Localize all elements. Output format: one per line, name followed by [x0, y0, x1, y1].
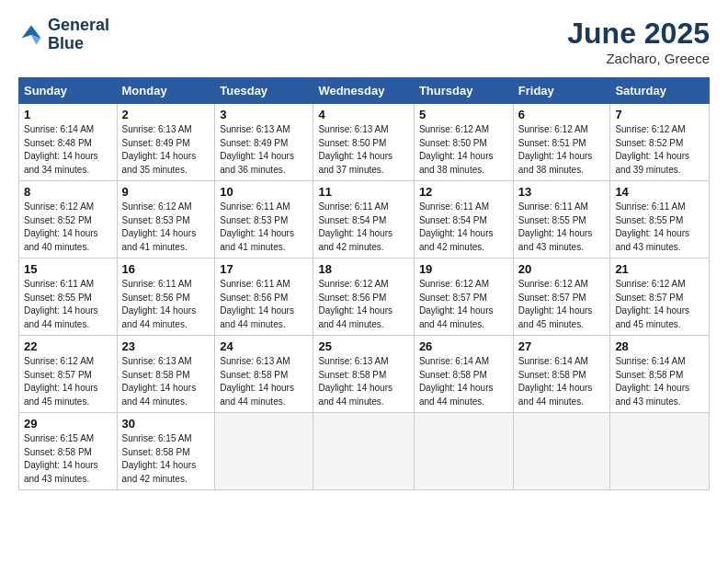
day-number: 4 — [318, 108, 408, 121]
day-number: 23 — [122, 339, 210, 353]
day-info: Sunrise: 6:14 AM Sunset: 8:58 PM Dayligh… — [615, 355, 704, 408]
calendar-cell: 8Sunrise: 6:12 AM Sunset: 8:52 PM Daylig… — [19, 181, 118, 259]
day-number: 25 — [318, 339, 408, 353]
page: General Blue June 2025 Zacharo, Greece S… — [0, 0, 728, 563]
day-number: 20 — [518, 262, 606, 276]
day-info: Sunrise: 6:12 AM Sunset: 8:52 PM Dayligh… — [24, 201, 112, 254]
day-number: 15 — [24, 262, 112, 276]
col-header-monday: Monday — [117, 78, 215, 104]
day-info: Sunrise: 6:13 AM Sunset: 8:58 PM Dayligh… — [122, 355, 210, 408]
calendar-cell: 16Sunrise: 6:11 AM Sunset: 8:56 PM Dayli… — [117, 259, 215, 336]
col-header-friday: Friday — [513, 78, 610, 104]
day-number: 26 — [419, 339, 508, 353]
day-number: 6 — [518, 108, 606, 121]
header: General Blue June 2025 Zacharo, Greece — [18, 17, 710, 66]
calendar-cell: 13Sunrise: 6:11 AM Sunset: 8:55 PM Dayli… — [513, 181, 610, 259]
logo-line1: General — [48, 17, 109, 35]
day-number: 3 — [220, 108, 308, 121]
day-number: 2 — [122, 108, 210, 121]
calendar-cell: 6Sunrise: 6:12 AM Sunset: 8:51 PM Daylig… — [513, 104, 610, 181]
month-title: June 2025 — [567, 17, 710, 51]
day-info: Sunrise: 6:12 AM Sunset: 8:50 PM Dayligh… — [419, 123, 508, 177]
day-info: Sunrise: 6:11 AM Sunset: 8:56 PM Dayligh… — [122, 278, 210, 331]
day-info: Sunrise: 6:14 AM Sunset: 8:58 PM Dayligh… — [419, 355, 508, 408]
calendar-cell: 25Sunrise: 6:13 AM Sunset: 8:58 PM Dayli… — [313, 336, 414, 413]
calendar-cell: 10Sunrise: 6:11 AM Sunset: 8:53 PM Dayli… — [215, 181, 313, 259]
day-number: 8 — [24, 185, 112, 199]
day-info: Sunrise: 6:11 AM Sunset: 8:54 PM Dayligh… — [318, 201, 408, 254]
day-info: Sunrise: 6:12 AM Sunset: 8:52 PM Dayligh… — [615, 123, 704, 177]
calendar-cell: 23Sunrise: 6:13 AM Sunset: 8:58 PM Dayli… — [117, 336, 215, 413]
col-header-tuesday: Tuesday — [215, 78, 313, 104]
logo-text: General Blue — [48, 17, 109, 53]
week-row-2: 8Sunrise: 6:12 AM Sunset: 8:52 PM Daylig… — [19, 181, 710, 259]
day-info: Sunrise: 6:12 AM Sunset: 8:56 PM Dayligh… — [318, 278, 408, 331]
calendar-cell — [215, 413, 313, 490]
day-number: 19 — [419, 262, 508, 276]
day-info: Sunrise: 6:13 AM Sunset: 8:58 PM Dayligh… — [318, 355, 408, 408]
day-info: Sunrise: 6:13 AM Sunset: 8:50 PM Dayligh… — [318, 123, 408, 177]
calendar-cell: 19Sunrise: 6:12 AM Sunset: 8:57 PM Dayli… — [414, 259, 513, 336]
day-info: Sunrise: 6:12 AM Sunset: 8:53 PM Dayligh… — [122, 201, 210, 254]
day-info: Sunrise: 6:11 AM Sunset: 8:55 PM Dayligh… — [518, 201, 606, 254]
calendar-cell — [414, 413, 513, 490]
day-number: 22 — [24, 339, 112, 353]
calendar-cell: 26Sunrise: 6:14 AM Sunset: 8:58 PM Dayli… — [414, 336, 513, 413]
col-header-sunday: Sunday — [19, 78, 118, 104]
day-number: 7 — [615, 108, 704, 121]
day-number: 9 — [122, 185, 210, 199]
day-info: Sunrise: 6:15 AM Sunset: 8:58 PM Dayligh… — [122, 432, 210, 486]
day-number: 27 — [518, 339, 606, 353]
day-number: 10 — [220, 185, 308, 199]
col-header-wednesday: Wednesday — [313, 78, 414, 104]
calendar-cell: 1Sunrise: 6:14 AM Sunset: 8:48 PM Daylig… — [19, 104, 118, 181]
day-number: 14 — [615, 185, 704, 199]
day-number: 12 — [419, 185, 508, 199]
day-number: 21 — [615, 262, 704, 276]
calendar-cell: 17Sunrise: 6:11 AM Sunset: 8:56 PM Dayli… — [215, 259, 313, 336]
day-number: 18 — [318, 262, 408, 276]
day-info: Sunrise: 6:11 AM Sunset: 8:53 PM Dayligh… — [220, 201, 308, 254]
day-info: Sunrise: 6:12 AM Sunset: 8:51 PM Dayligh… — [518, 123, 606, 177]
day-number: 28 — [615, 339, 704, 353]
day-number: 16 — [122, 262, 210, 276]
calendar-cell: 15Sunrise: 6:11 AM Sunset: 8:55 PM Dayli… — [19, 259, 118, 336]
day-number: 17 — [220, 262, 308, 276]
day-info: Sunrise: 6:13 AM Sunset: 8:49 PM Dayligh… — [220, 123, 308, 177]
col-header-thursday: Thursday — [414, 78, 513, 104]
svg-marker-0 — [22, 25, 41, 38]
calendar-cell: 14Sunrise: 6:11 AM Sunset: 8:55 PM Dayli… — [610, 181, 710, 259]
day-info: Sunrise: 6:11 AM Sunset: 8:55 PM Dayligh… — [615, 201, 704, 254]
logo-icon — [18, 22, 44, 48]
day-info: Sunrise: 6:15 AM Sunset: 8:58 PM Dayligh… — [24, 432, 112, 486]
day-number: 5 — [419, 108, 508, 121]
day-info: Sunrise: 6:12 AM Sunset: 8:57 PM Dayligh… — [615, 278, 704, 331]
week-row-5: 29Sunrise: 6:15 AM Sunset: 8:58 PM Dayli… — [19, 413, 710, 490]
calendar-cell: 28Sunrise: 6:14 AM Sunset: 8:58 PM Dayli… — [610, 336, 710, 413]
week-row-1: 1Sunrise: 6:14 AM Sunset: 8:48 PM Daylig… — [19, 104, 710, 181]
day-info: Sunrise: 6:13 AM Sunset: 8:58 PM Dayligh… — [220, 355, 308, 408]
calendar-cell: 5Sunrise: 6:12 AM Sunset: 8:50 PM Daylig… — [414, 104, 513, 181]
calendar-cell: 20Sunrise: 6:12 AM Sunset: 8:57 PM Dayli… — [513, 259, 610, 336]
day-info: Sunrise: 6:11 AM Sunset: 8:56 PM Dayligh… — [220, 278, 308, 331]
day-number: 24 — [220, 339, 308, 353]
calendar-cell: 29Sunrise: 6:15 AM Sunset: 8:58 PM Dayli… — [19, 413, 118, 490]
calendar-cell: 18Sunrise: 6:12 AM Sunset: 8:56 PM Dayli… — [313, 259, 414, 336]
calendar-cell: 3Sunrise: 6:13 AM Sunset: 8:49 PM Daylig… — [215, 104, 313, 181]
calendar-cell: 7Sunrise: 6:12 AM Sunset: 8:52 PM Daylig… — [610, 104, 710, 181]
calendar-cell — [513, 413, 610, 490]
day-info: Sunrise: 6:12 AM Sunset: 8:57 PM Dayligh… — [24, 355, 112, 408]
week-row-4: 22Sunrise: 6:12 AM Sunset: 8:57 PM Dayli… — [19, 336, 710, 413]
calendar-cell — [313, 413, 414, 490]
day-info: Sunrise: 6:11 AM Sunset: 8:54 PM Dayligh… — [419, 201, 508, 254]
calendar-cell — [610, 413, 710, 490]
calendar-cell: 21Sunrise: 6:12 AM Sunset: 8:57 PM Dayli… — [610, 259, 710, 336]
day-info: Sunrise: 6:12 AM Sunset: 8:57 PM Dayligh… — [419, 278, 508, 331]
week-row-3: 15Sunrise: 6:11 AM Sunset: 8:55 PM Dayli… — [19, 259, 710, 336]
calendar-cell: 30Sunrise: 6:15 AM Sunset: 8:58 PM Dayli… — [117, 413, 215, 490]
day-info: Sunrise: 6:13 AM Sunset: 8:49 PM Dayligh… — [122, 123, 210, 177]
day-number: 30 — [122, 417, 210, 431]
day-info: Sunrise: 6:11 AM Sunset: 8:55 PM Dayligh… — [24, 278, 112, 331]
calendar-cell: 22Sunrise: 6:12 AM Sunset: 8:57 PM Dayli… — [19, 336, 118, 413]
day-number: 13 — [518, 185, 606, 199]
